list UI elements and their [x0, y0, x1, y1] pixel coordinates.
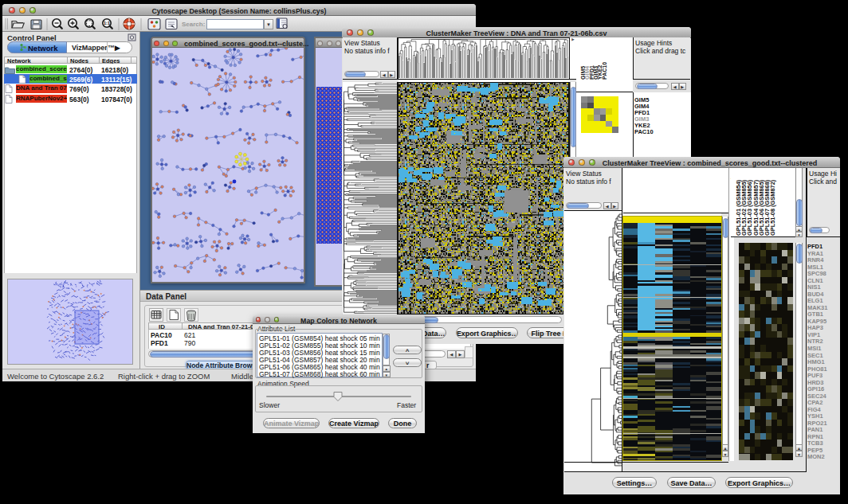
svg-text:1:1: 1:1	[104, 21, 110, 25]
